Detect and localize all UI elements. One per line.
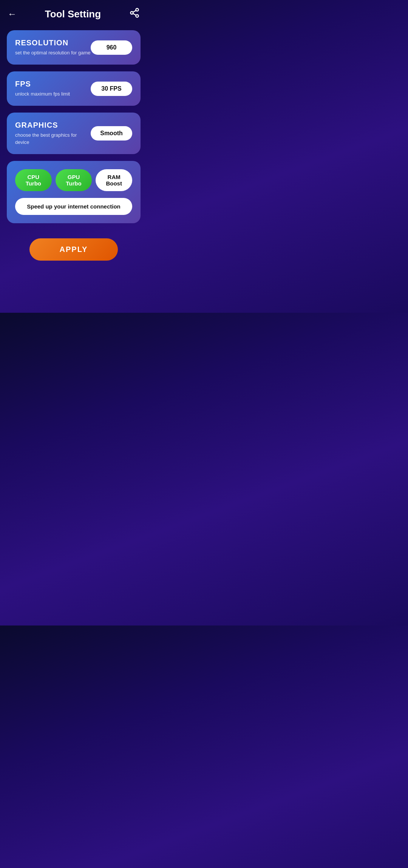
boost-row: CPU Turbo GPU Turbo RAM Boost xyxy=(15,169,132,191)
resolution-value-button[interactable]: 960 xyxy=(91,40,132,55)
page-title: Tool Setting xyxy=(17,8,129,20)
resolution-info: RESOLUTION set the optimal resolution fo… xyxy=(15,39,91,56)
fps-value-button[interactable]: 30 FPS xyxy=(91,82,132,96)
back-button[interactable]: ← xyxy=(8,9,17,19)
fps-desc: unlock maximum fps limit xyxy=(15,91,91,97)
apply-button[interactable]: APPLY xyxy=(29,238,118,261)
ram-boost-button[interactable]: RAM Boost xyxy=(96,169,132,191)
content: RESOLUTION set the optimal resolution fo… xyxy=(0,26,147,227)
fps-info: FPS unlock maximum fps limit xyxy=(15,80,91,97)
fps-card: FPS unlock maximum fps limit 30 FPS xyxy=(7,71,141,106)
graphics-desc: choose the best graphics for device xyxy=(15,132,91,145)
header: ← Tool Setting xyxy=(0,0,147,26)
resolution-title: RESOLUTION xyxy=(15,39,91,47)
graphics-card: GRAPHICS choose the best graphics for de… xyxy=(7,113,141,154)
gpu-turbo-button[interactable]: GPU Turbo xyxy=(56,169,92,191)
graphics-title: GRAPHICS xyxy=(15,121,91,130)
apply-section: APPLY xyxy=(0,227,147,264)
share-button[interactable] xyxy=(129,8,140,20)
svg-line-3 xyxy=(133,14,136,15)
graphics-info: GRAPHICS choose the best graphics for de… xyxy=(15,121,91,145)
resolution-card: RESOLUTION set the optimal resolution fo… xyxy=(7,30,141,65)
resolution-desc: set the optimal resolution for game xyxy=(15,49,91,56)
cpu-turbo-button[interactable]: CPU Turbo xyxy=(15,169,52,191)
boost-card: CPU Turbo GPU Turbo RAM Boost Speed up y… xyxy=(7,161,141,223)
fps-title: FPS xyxy=(15,80,91,88)
internet-speed-button[interactable]: Speed up your internet connection xyxy=(15,198,132,215)
graphics-value-button[interactable]: Smooth xyxy=(91,126,132,141)
svg-line-4 xyxy=(133,11,136,12)
